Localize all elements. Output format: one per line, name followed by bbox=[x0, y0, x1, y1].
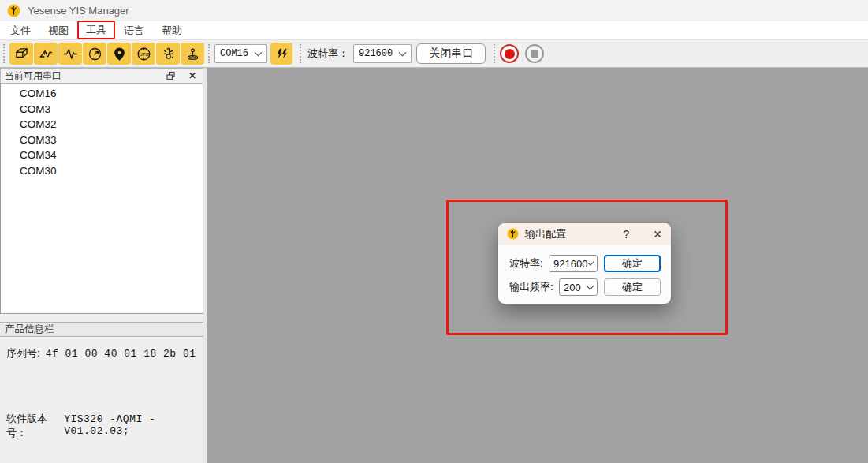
dock-title: 当前可用串口 bbox=[5, 69, 165, 83]
baud-rate-select[interactable]: 921600 bbox=[353, 44, 412, 63]
serial-number-label: 序列号: bbox=[6, 346, 40, 360]
record-icon bbox=[505, 49, 515, 59]
location-pin-icon bbox=[111, 46, 128, 62]
serial-port-dock: 当前可用串口 ✕ COM16 COM3 COM32 COM33 COM34 CO… bbox=[0, 68, 203, 463]
dialog-output-rate-label: 输出频率: bbox=[509, 280, 559, 294]
gauge-icon bbox=[87, 46, 103, 62]
yesense-logo-icon bbox=[507, 228, 519, 240]
chevron-down-icon bbox=[587, 282, 594, 290]
output-config-dialog: 输出配置 ? ✕ 波特率: 921600 确定 输出频率: 200 确定 bbox=[498, 223, 671, 304]
dialog-close-icon[interactable]: ✕ bbox=[653, 228, 662, 241]
toolbar-grip[interactable] bbox=[208, 44, 210, 63]
port-list-item[interactable]: COM30 bbox=[1, 163, 203, 179]
close-serial-port-button[interactable]: 关闭串口 bbox=[416, 43, 486, 64]
dialog-help-button[interactable]: ? bbox=[623, 228, 629, 241]
menu-file[interactable]: 文件 bbox=[2, 21, 39, 40]
gauge-button[interactable] bbox=[83, 43, 106, 65]
output-rate-confirm-button[interactable]: 确定 bbox=[604, 278, 661, 296]
dialog-baud-label: 波特率: bbox=[509, 256, 549, 271]
yesense-logo-icon bbox=[7, 4, 20, 17]
menu-help[interactable]: 帮助 bbox=[153, 21, 191, 40]
record-button[interactable] bbox=[500, 44, 519, 63]
port-list-item[interactable]: COM3 bbox=[1, 102, 203, 118]
toolbar-grip[interactable] bbox=[494, 44, 496, 63]
dialog-baud-value: 921600 bbox=[553, 258, 587, 270]
port-list: COM16 COM3 COM32 COM33 COM34 COM30 bbox=[0, 84, 203, 314]
dialog-baud-select[interactable]: 921600 bbox=[549, 255, 598, 272]
baud-confirm-button[interactable]: 确定 bbox=[604, 255, 661, 272]
port-list-item[interactable]: COM32 bbox=[1, 117, 203, 133]
attitude-wave-button[interactable] bbox=[34, 43, 58, 65]
thermometer-icon bbox=[160, 46, 177, 62]
joystick-button[interactable] bbox=[181, 43, 204, 65]
dialog-title: 输出配置 bbox=[525, 227, 623, 241]
refresh-ports-button[interactable] bbox=[270, 43, 292, 65]
port-list-item[interactable]: COM33 bbox=[1, 133, 203, 148]
menu-tools[interactable]: 工具 bbox=[77, 21, 115, 39]
port-select-value: COM16 bbox=[220, 48, 248, 59]
menu-bar: 文件 视图 工具 语言 帮助 bbox=[0, 21, 868, 39]
location-button[interactable] bbox=[107, 43, 131, 65]
dock-header: 当前可用串口 ✕ bbox=[0, 68, 203, 84]
product-info-header: 产品信息栏 bbox=[0, 322, 203, 337]
port-select[interactable]: COM16 bbox=[214, 44, 267, 63]
dialog-output-rate-value: 200 bbox=[564, 282, 586, 293]
title-bar: Yesense YIS Manager bbox=[0, 0, 868, 21]
output-rate-config-row: 输出频率: 200 确定 bbox=[509, 278, 671, 296]
dialog-title-bar[interactable]: 输出配置 ? ✕ bbox=[498, 223, 671, 245]
utc-clock-icon: UTC bbox=[136, 46, 152, 62]
software-version-label: 软件版本号： bbox=[6, 412, 58, 440]
software-version-row: 软件版本号： YIS320 -AQMI -V01.02.03; bbox=[6, 412, 197, 440]
cube-3d-icon bbox=[13, 46, 30, 62]
float-window-icon[interactable] bbox=[165, 70, 177, 81]
port-list-item[interactable]: COM34 bbox=[1, 147, 203, 163]
chevron-down-icon bbox=[399, 49, 407, 57]
software-version-value: YIS320 -AQMI -V01.02.03; bbox=[64, 413, 197, 437]
cube-3d-button[interactable] bbox=[9, 43, 33, 65]
stop-button[interactable] bbox=[525, 44, 544, 63]
dialog-output-rate-select[interactable]: 200 bbox=[559, 278, 598, 296]
port-list-item[interactable]: COM16 bbox=[1, 86, 203, 102]
close-icon[interactable]: ✕ bbox=[186, 70, 199, 81]
thermometer-button[interactable] bbox=[156, 43, 180, 65]
baud-rate-config-row: 波特率: 921600 确定 bbox=[509, 255, 671, 272]
product-info-body: 序列号: 4f 01 00 40 01 18 2b 01 软件版本号： YIS3… bbox=[0, 337, 203, 463]
attitude-wave-icon bbox=[38, 46, 54, 62]
window-title: Yesense YIS Manager bbox=[28, 5, 129, 17]
toolbar-grip[interactable] bbox=[3, 44, 6, 63]
chevron-down-icon bbox=[588, 259, 594, 265]
pulse-wave-button[interactable] bbox=[58, 43, 82, 65]
double-lightning-icon bbox=[274, 47, 289, 62]
baud-rate-label: 波特率： bbox=[307, 47, 348, 61]
utc-clock-button[interactable]: UTC bbox=[132, 43, 155, 65]
toolbar-grip[interactable] bbox=[300, 44, 302, 63]
menu-view[interactable]: 视图 bbox=[39, 21, 77, 40]
pulse-wave-icon bbox=[62, 46, 79, 62]
serial-number-row: 序列号: 4f 01 00 40 01 18 2b 01 bbox=[6, 346, 197, 360]
joystick-icon bbox=[184, 46, 201, 62]
chevron-down-icon bbox=[255, 49, 263, 57]
serial-number-value: 4f 01 00 40 01 18 2b 01 bbox=[46, 348, 196, 360]
toolbar: UTC COM16 波特率： 921600 关闭串口 bbox=[0, 39, 868, 68]
svg-text:UTC: UTC bbox=[139, 51, 148, 56]
baud-rate-value: 921600 bbox=[359, 48, 393, 59]
stop-icon bbox=[531, 50, 538, 58]
menu-language[interactable]: 语言 bbox=[115, 21, 153, 40]
